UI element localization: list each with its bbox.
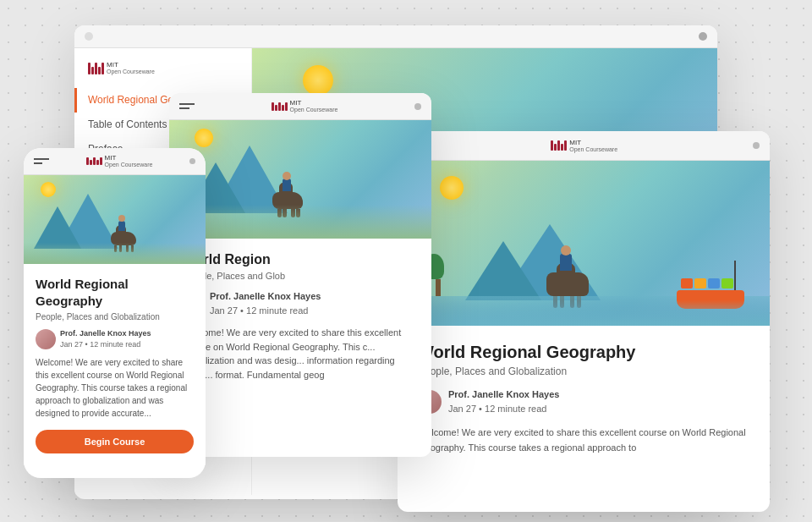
tablet-rider: [283, 179, 291, 191]
r-mit-bar-3: [557, 140, 560, 151]
logo-text-group: MIT Open Courseware: [107, 62, 155, 74]
right-tree: [431, 254, 444, 296]
m-mit-bar-1: [86, 157, 89, 165]
tablet-hero-image: [169, 120, 431, 239]
t-opencw-text: Open Courseware: [290, 107, 338, 113]
right-panel-logo: MIT Open Courseware: [551, 140, 617, 152]
tablet-rider-head: [283, 172, 291, 180]
mobile-ground: [24, 243, 206, 264]
browser-dot-2: [699, 32, 707, 41]
m-opencw-text: Open Courseware: [105, 162, 153, 168]
right-panel-separator: •: [479, 404, 485, 414]
mobile-author-row: Prof. Janelle Knox Hayes Jan 27 • 12 min…: [36, 328, 194, 349]
mit-logo-mark: MIT Open Courseware: [88, 62, 155, 74]
mobile-author-avatar: [36, 329, 56, 349]
mobile-browser-window: MIT Open Courseware: [24, 148, 206, 478]
mobile-browser-bar: MIT Open Courseware: [24, 148, 206, 175]
mobile-date-read: Jan 27 • 12 minute read: [60, 339, 151, 350]
right-panel-header: ≡ MIT Open Courseware: [398, 131, 770, 161]
tablet-article-body: World Region People, Places and Glob Pro…: [169, 239, 431, 395]
right-panel-date-read: Jan 27 • 12 minute read: [448, 402, 559, 416]
right-panel-content: World Regional Geography People, Places …: [398, 326, 770, 472]
r-mit-text: MIT: [569, 140, 617, 146]
mobile-logo-text-group: MIT Open Courseware: [105, 155, 153, 168]
right-hero-scene: [398, 161, 770, 326]
r-mit-bar-2: [554, 144, 557, 151]
r-opencw-text: Open Courseware: [569, 146, 617, 152]
tablet-browser-window: MIT Open Courseware: [169, 93, 431, 457]
right-panel-hero: [398, 161, 770, 326]
container-3: [708, 278, 720, 288]
m-mit-text: MIT: [105, 155, 153, 162]
begin-course-button[interactable]: Begin Course: [36, 430, 194, 453]
t-mit-bar-4: [282, 105, 284, 111]
tablet-date-read: Jan 27 • 12 minute read: [210, 304, 321, 318]
mit-opencourseware-text: Open Courseware: [107, 69, 155, 74]
mit-logo-text: MIT: [107, 62, 155, 69]
tablet-read-time: 12 minute read: [246, 305, 308, 316]
m-mit-bar-2: [90, 160, 92, 165]
mobile-hero-scene: [24, 175, 206, 264]
mobile-author-info: Prof. Janelle Knox Hayes Jan 27 • 12 min…: [60, 328, 151, 349]
tablet-browser-bar: MIT Open Courseware: [169, 93, 431, 120]
mobile-article-subtitle: People, Places and Globalization: [36, 312, 194, 321]
tablet-author-row: Prof. Janelle Knox Hayes Jan 27 • 12 min…: [183, 289, 418, 317]
sidebar-logo: MIT Open Courseware: [74, 62, 251, 88]
mobile-read-time: 12 minute read: [90, 340, 140, 349]
mobile-date: Jan 27: [60, 340, 83, 349]
tablet-article-title: World Region: [183, 252, 418, 267]
right-rider: [560, 254, 572, 271]
right-panel-logo-text: MIT Open Courseware: [569, 140, 617, 152]
tablet-article-text: Welcome! We are very excited to share th…: [183, 326, 418, 382]
mobile-hamburger-line-1: [34, 158, 49, 160]
container-1: [681, 278, 693, 288]
tablet-dot: [414, 103, 421, 110]
mobile-hero-image: [24, 175, 206, 264]
right-camel-body: [546, 272, 589, 296]
right-tree-trunk: [436, 279, 441, 296]
mobile-hamburger-icon[interactable]: [34, 158, 49, 164]
mobile-author-name: Prof. Janelle Knox Hayes: [60, 328, 151, 339]
tablet-sun: [195, 129, 213, 147]
m-mit-bar-5: [100, 157, 102, 165]
right-panel-author-name: Prof. Janelle Knox Hayes: [448, 387, 559, 402]
ship-containers: [681, 278, 733, 288]
mit-bar-3: [95, 63, 97, 74]
t-mit-bar-2: [275, 105, 277, 111]
mobile-rider: [118, 221, 125, 231]
hamburger-line-1: [179, 103, 195, 105]
container-2: [694, 278, 706, 288]
mobile-article-title: World Regional Geography: [36, 276, 194, 309]
tablet-article-subtitle: People, Places and Glob: [183, 271, 418, 281]
r-mit-bar-4: [561, 144, 563, 151]
desktop-browser-bar: [74, 25, 717, 48]
right-panel-author-info: Prof. Janelle Knox Hayes Jan 27 • 12 min…: [448, 387, 559, 415]
mit-bar-5: [102, 63, 104, 74]
right-panel-mit-bars: [551, 140, 567, 151]
r-mit-bar-1: [551, 140, 553, 151]
right-rider-head: [561, 245, 571, 256]
mobile-logo: MIT Open Courseware: [86, 155, 153, 168]
right-panel-title: World Regional Geography: [418, 343, 749, 362]
right-panel-date: Jan 27: [448, 404, 476, 414]
right-ground: [398, 300, 770, 326]
mobile-dot: [189, 158, 195, 164]
m-mit-bar-3: [93, 157, 96, 165]
tablet-logo: MIT Open Courseware: [272, 100, 338, 113]
right-panel-author-row: Prof. Janelle Knox Hayes Jan 27 • 12 min…: [418, 387, 749, 415]
tablet-ground: [169, 205, 431, 239]
tablet-author-name: Prof. Janelle Knox Hayes: [210, 289, 321, 304]
tablet-hamburger-icon[interactable]: [179, 103, 195, 109]
tablet-author-info: Prof. Janelle Knox Hayes Jan 27 • 12 min…: [210, 289, 321, 317]
t-mit-bar-5: [285, 102, 288, 111]
mit-bar-4: [98, 67, 101, 74]
m-mit-bar-4: [96, 160, 99, 165]
hamburger-line-2: [179, 107, 189, 109]
tablet-logo-text: MIT Open Courseware: [290, 100, 338, 113]
right-panel-subtitle: People, Places and Globalization: [418, 365, 749, 377]
t-mit-bar-3: [278, 102, 281, 111]
r-mit-bar-5: [564, 140, 567, 151]
mobile-sun: [41, 182, 56, 197]
container-4: [721, 278, 733, 288]
mit-bar-1: [88, 63, 91, 74]
